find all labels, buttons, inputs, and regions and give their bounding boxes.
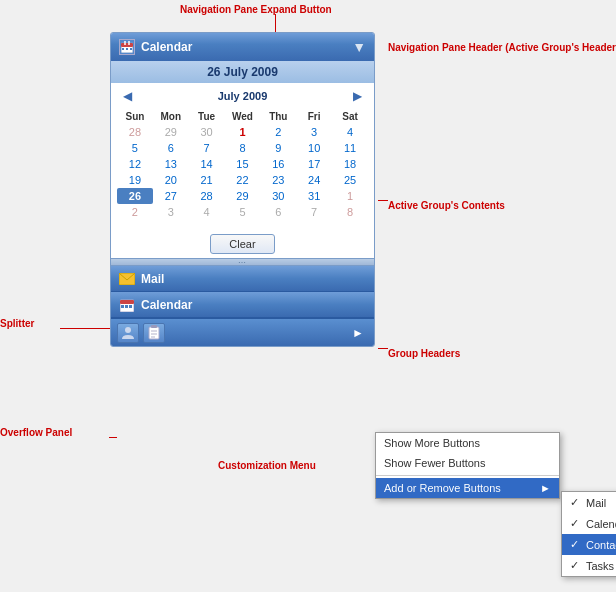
nav-pane-header[interactable]: Calendar ▼ <box>111 33 374 61</box>
svg-rect-11 <box>125 305 128 308</box>
submenu-mail-label: Mail <box>586 497 606 509</box>
expand-arrow-line <box>275 14 276 34</box>
calendar-day[interactable]: 5 <box>117 140 153 156</box>
calendar-day[interactable]: 17 <box>296 156 332 172</box>
submenu-arrow: ► <box>540 482 551 494</box>
calendar-day[interactable]: 23 <box>260 172 296 188</box>
nav-header-annotation: Navigation Pane Header (Active Group's H… <box>388 42 616 53</box>
calendar-day[interactable]: 19 <box>117 172 153 188</box>
calendar-day[interactable]: 11 <box>332 140 368 156</box>
contacts-overflow-icon[interactable] <box>117 323 139 343</box>
prev-month-button[interactable]: ◀ <box>117 87 138 105</box>
calendar-day[interactable]: 29 <box>153 124 189 140</box>
calendar-day[interactable]: 2 <box>260 124 296 140</box>
calendar-day[interactable]: 5 <box>225 204 261 220</box>
calendar-day[interactable]: 15 <box>225 156 261 172</box>
svg-rect-6 <box>130 48 132 50</box>
svg-point-13 <box>125 327 131 333</box>
calendar-day[interactable]: 8 <box>225 140 261 156</box>
active-date-display[interactable]: 26 July 2009 <box>111 61 374 83</box>
svg-rect-4 <box>122 48 124 50</box>
header-left: Calendar <box>119 39 192 55</box>
calendar-check: ✓ <box>570 517 582 530</box>
add-remove-buttons-item[interactable]: Add or Remove Buttons ► <box>376 478 559 498</box>
calendar-group-header[interactable]: Calendar <box>111 292 374 318</box>
mail-svg <box>119 273 135 285</box>
add-remove-submenu: ✓ Mail ✓ Calendar ✓ Contacts ✓ Tasks <box>561 491 616 577</box>
menu-separator <box>376 475 559 476</box>
submenu-calendar[interactable]: ✓ Calendar <box>562 513 616 534</box>
day-mon: Mon <box>153 109 189 124</box>
calendar-day[interactable]: 22 <box>225 172 261 188</box>
calendar-day[interactable]: 6 <box>153 140 189 156</box>
calendar-day[interactable]: 24 <box>296 172 332 188</box>
mail-group-header[interactable]: Mail <box>111 266 374 292</box>
calendar-day[interactable]: 1 <box>332 188 368 204</box>
overflow-panel: ► <box>111 318 374 346</box>
calendar-day[interactable]: 28 <box>189 188 225 204</box>
calendar-day[interactable]: 9 <box>260 140 296 156</box>
tasks-overflow-icon[interactable] <box>143 323 165 343</box>
overflow-line-h <box>109 437 117 438</box>
calendar-day[interactable]: 26 <box>117 188 153 204</box>
calendar-day[interactable]: 4 <box>332 124 368 140</box>
tasks-svg <box>146 325 162 341</box>
calendar-group-icon <box>119 297 135 313</box>
calendar-day[interactable]: 27 <box>153 188 189 204</box>
calendar-day[interactable]: 14 <box>189 156 225 172</box>
svg-rect-9 <box>120 300 134 304</box>
calendar-day[interactable]: 10 <box>296 140 332 156</box>
day-tue: Tue <box>189 109 225 124</box>
contacts-check: ✓ <box>570 538 582 551</box>
calendar-day[interactable]: 7 <box>296 204 332 220</box>
nav-header-title: Calendar <box>141 40 192 54</box>
calendar-day[interactable]: 1 <box>225 124 261 140</box>
tasks-check: ✓ <box>570 559 582 572</box>
month-navigation: ◀ July 2009 ▶ <box>117 87 368 105</box>
submenu-tasks[interactable]: ✓ Tasks <box>562 555 616 576</box>
active-contents-label: Active Group's Contents <box>388 200 505 211</box>
svg-rect-15 <box>151 325 157 328</box>
calendar-day[interactable]: 3 <box>296 124 332 140</box>
calendar-day[interactable]: 30 <box>260 188 296 204</box>
calendar-day[interactable]: 20 <box>153 172 189 188</box>
show-more-buttons-item[interactable]: Show More Buttons <box>376 433 559 453</box>
nav-header-dropdown-arrow[interactable]: ▼ <box>352 39 366 55</box>
submenu-contacts[interactable]: ✓ Contacts <box>562 534 616 555</box>
month-year-title[interactable]: July 2009 <box>218 90 268 102</box>
calendar-day[interactable]: 21 <box>189 172 225 188</box>
show-fewer-label: Show Fewer Buttons <box>384 457 486 469</box>
calendar-day[interactable]: 18 <box>332 156 368 172</box>
calendar-day[interactable]: 31 <box>296 188 332 204</box>
calendar-header-icon <box>119 39 135 55</box>
calendar-day[interactable]: 7 <box>189 140 225 156</box>
calendar-day[interactable]: 16 <box>260 156 296 172</box>
calendar-day[interactable]: 2 <box>117 204 153 220</box>
calendar-day[interactable]: 3 <box>153 204 189 220</box>
calendar-day[interactable]: 29 <box>225 188 261 204</box>
calendar-area: ◀ July 2009 ▶ Sun Mon Tue Wed Thu Fri Sa… <box>111 83 374 228</box>
day-sat: Sat <box>332 109 368 124</box>
splitter[interactable]: ⋯ <box>111 258 374 266</box>
calendar-day[interactable]: 30 <box>189 124 225 140</box>
contacts-svg <box>120 325 136 341</box>
calendar-week-2: 567891011 <box>117 140 368 156</box>
navigation-pane: Calendar ▼ 26 July 2009 ◀ July 2009 ▶ Su… <box>110 32 375 347</box>
show-fewer-buttons-item[interactable]: Show Fewer Buttons <box>376 453 559 473</box>
clear-button[interactable]: Clear <box>210 234 274 254</box>
calendar-week-3: 12131415161718 <box>117 156 368 172</box>
calendar-day[interactable]: 12 <box>117 156 153 172</box>
cal-svg <box>121 41 133 53</box>
calendar-week-4: 19202122232425 <box>117 172 368 188</box>
overflow-chevron[interactable]: ► <box>348 324 368 342</box>
submenu-mail[interactable]: ✓ Mail <box>562 492 616 513</box>
mail-check: ✓ <box>570 496 582 509</box>
next-month-button[interactable]: ▶ <box>347 87 368 105</box>
calendar-day[interactable]: 4 <box>189 204 225 220</box>
calendar-day[interactable]: 6 <box>260 204 296 220</box>
calendar-day[interactable]: 28 <box>117 124 153 140</box>
calendar-day[interactable]: 13 <box>153 156 189 172</box>
calendar-day[interactable]: 8 <box>332 204 368 220</box>
calendar-day[interactable]: 25 <box>332 172 368 188</box>
svg-rect-10 <box>121 305 124 308</box>
